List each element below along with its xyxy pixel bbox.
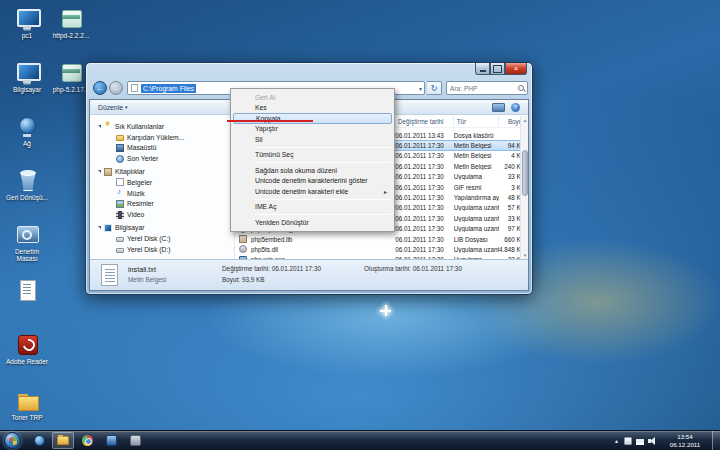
column-header-date[interactable]: Değiştirme tarihi bbox=[395, 116, 454, 127]
sidebar-label: Belgeler bbox=[127, 179, 152, 186]
video-icon bbox=[116, 211, 124, 219]
sidebar-item-music[interactable]: Müzik bbox=[90, 188, 234, 199]
sidebar-label: Video bbox=[127, 211, 144, 218]
file-row[interactable]: php5ts.dll 06.01.2011 17:30 Uygulama uza… bbox=[236, 244, 528, 254]
favorites-star-icon bbox=[104, 122, 112, 130]
volume-icon[interactable] bbox=[648, 437, 656, 445]
search-input[interactable] bbox=[450, 85, 514, 92]
desktop-icon-label: Geri Dönüşü... bbox=[6, 194, 48, 201]
menu-item-delete[interactable]: Sil bbox=[233, 134, 392, 145]
desktop-icon-toner-folder[interactable]: Toner TRP bbox=[6, 390, 48, 421]
column-header-type[interactable]: Tür bbox=[454, 116, 499, 127]
chevron-down-icon[interactable]: ▾ bbox=[419, 85, 422, 92]
adobe-reader-icon bbox=[14, 334, 40, 356]
forward-button[interactable]: → bbox=[109, 81, 123, 95]
file-date: 06.01.2011 17:30 bbox=[395, 236, 454, 243]
file-date: 06.01.2011 17:30 bbox=[395, 142, 454, 149]
sidebar-item-local-disk-d[interactable]: Yerel Disk (D:) bbox=[90, 244, 234, 255]
scroll-up-icon[interactable]: ▴ bbox=[521, 116, 529, 124]
sidebar-item-video[interactable]: Video bbox=[90, 209, 234, 220]
file-row[interactable]: php5embed.lib 06.01.2011 17:30 LIB Dosya… bbox=[236, 234, 528, 244]
expander-icon[interactable] bbox=[98, 226, 101, 229]
file-date: 06.01.2011 17:30 bbox=[395, 163, 454, 170]
menu-item-insert-unicode-control[interactable]: Unicode denetim karakteri ekle▸ bbox=[233, 186, 392, 197]
desktop-icon-recycle-bin[interactable]: Geri Dönüşü... bbox=[6, 170, 48, 201]
minimize-button[interactable] bbox=[475, 63, 490, 75]
network-icon[interactable] bbox=[636, 437, 644, 445]
sidebar-item-downloads[interactable]: Karşıdan Yüklem... bbox=[90, 132, 234, 143]
scroll-down-icon[interactable]: ▾ bbox=[521, 251, 529, 259]
file-date: 06.01.2011 17:30 bbox=[395, 173, 454, 180]
package-icon bbox=[58, 8, 84, 30]
sidebar-label: Resimler bbox=[127, 200, 154, 207]
desktop-icon-network[interactable]: Ağ bbox=[6, 116, 48, 147]
sidebar-group-computer[interactable]: Bilgisayar bbox=[90, 222, 234, 233]
menu-item-open-ime[interactable]: IME Aç bbox=[233, 202, 392, 213]
menu-separator bbox=[255, 199, 390, 200]
computer-icon bbox=[104, 224, 112, 232]
action-center-icon[interactable] bbox=[624, 437, 632, 445]
desktop-icon-adobe-reader[interactable]: Adobe Reader bbox=[6, 334, 48, 365]
desktop-icon-pc1[interactable]: pc1 bbox=[6, 8, 48, 39]
menu-item-cut[interactable]: Kes bbox=[233, 103, 392, 114]
close-button[interactable]: × bbox=[505, 63, 527, 75]
sidebar-item-local-disk-c[interactable]: Yerel Disk (C:) bbox=[90, 233, 234, 244]
taskbar-app-5[interactable] bbox=[124, 432, 146, 449]
file-date: 06.01.2011 17:30 bbox=[395, 225, 454, 232]
desktop-icon-document[interactable] bbox=[6, 280, 48, 304]
taskbar-app-media[interactable] bbox=[28, 432, 50, 449]
address-file-icon bbox=[131, 84, 138, 92]
sidebar-group-libraries[interactable]: Kitaplıklar bbox=[90, 166, 234, 177]
desktop-icon bbox=[116, 144, 124, 152]
file-type: GIF resmi bbox=[454, 184, 499, 191]
maximize-button[interactable] bbox=[490, 63, 505, 75]
menu-item-reconversion[interactable]: Yeniden Dönüştür bbox=[233, 217, 392, 228]
change-view-button[interactable] bbox=[492, 103, 505, 112]
sidebar-item-desktop[interactable]: Masaüstü bbox=[90, 143, 234, 154]
file-date: 06.01.2011 17:30 bbox=[395, 215, 454, 222]
package-icon bbox=[58, 62, 84, 84]
taskbar-app-browser[interactable] bbox=[76, 432, 98, 449]
taskbar-app-4[interactable] bbox=[100, 432, 122, 449]
desktop-icon-control-panel[interactable]: Denetim Masası bbox=[6, 224, 48, 262]
menu-item-rtl-reading-order[interactable]: Sağdan sola okuma düzeni bbox=[233, 165, 392, 176]
sidebar-group-favorites[interactable]: Sık Kullanılanlar bbox=[90, 121, 234, 132]
desktop-icon-httpd[interactable]: httpd-2.2.2... bbox=[50, 8, 92, 39]
show-desktop-button[interactable] bbox=[712, 431, 720, 450]
expander-icon[interactable] bbox=[98, 125, 101, 128]
file-date: 06.01.2011 17:30 bbox=[395, 194, 454, 201]
app-icon bbox=[106, 435, 117, 446]
sidebar-item-pictures[interactable]: Resimler bbox=[90, 199, 234, 210]
menu-item-undo: Geri Al bbox=[233, 92, 392, 103]
expander-icon[interactable] bbox=[98, 170, 101, 173]
taskbar-app-explorer[interactable] bbox=[52, 432, 74, 449]
scrollbar-thumb[interactable] bbox=[522, 150, 528, 196]
text-file-icon bbox=[101, 264, 118, 286]
organize-menu-button[interactable]: Düzenle ▾ bbox=[98, 104, 127, 111]
menu-item-show-unicode-controls[interactable]: Unicode denetim karakterlerini göster bbox=[233, 176, 392, 187]
control-panel-icon bbox=[14, 224, 40, 246]
context-menu: Geri Al Kes Kopyala Yapıştır Sil Tümünü … bbox=[230, 88, 395, 232]
file-type: Dosya klasörü bbox=[454, 132, 499, 139]
sidebar-item-recent-places[interactable]: Son Yerler bbox=[90, 153, 234, 164]
refresh-button[interactable]: ↻ bbox=[427, 81, 442, 95]
hidden-icons-arrow-icon[interactable]: ▴ bbox=[615, 437, 618, 444]
back-button[interactable]: ← bbox=[93, 81, 107, 95]
menu-item-select-all[interactable]: Tümünü Seç bbox=[233, 150, 392, 161]
search-box[interactable] bbox=[446, 81, 528, 95]
sidebar-label: Karşıdan Yüklem... bbox=[127, 134, 184, 141]
help-button[interactable]: ? bbox=[511, 103, 520, 112]
file-date: 06.01.2011 17:30 bbox=[395, 204, 454, 211]
details-pane: install.txt Metin Belgesi Değiştirme tar… bbox=[90, 259, 528, 290]
vertical-scrollbar[interactable]: ▴ ▾ bbox=[520, 116, 528, 259]
sidebar-item-documents[interactable]: Belgeler bbox=[90, 177, 234, 188]
address-selected-text: C:\Program Files bbox=[141, 84, 196, 93]
desktop-icon-label: Bilgisayar bbox=[6, 86, 48, 93]
taskbar-clock[interactable]: 13:54 06.12.2011 bbox=[662, 433, 708, 449]
menu-item-paste[interactable]: Yapıştır bbox=[233, 124, 392, 135]
computer-icon bbox=[14, 62, 40, 84]
documents-icon bbox=[116, 178, 124, 186]
details-file-name: install.txt bbox=[128, 265, 156, 274]
desktop-icon-computer[interactable]: Bilgisayar bbox=[6, 62, 48, 93]
start-button[interactable] bbox=[4, 432, 21, 449]
